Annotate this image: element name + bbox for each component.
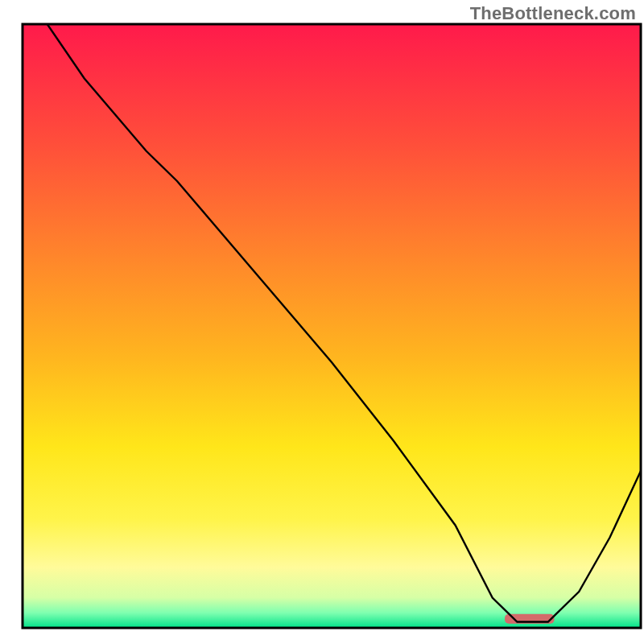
watermark-text: TheBottleneck.com	[470, 3, 636, 24]
bottleneck-chart	[0, 0, 644, 644]
